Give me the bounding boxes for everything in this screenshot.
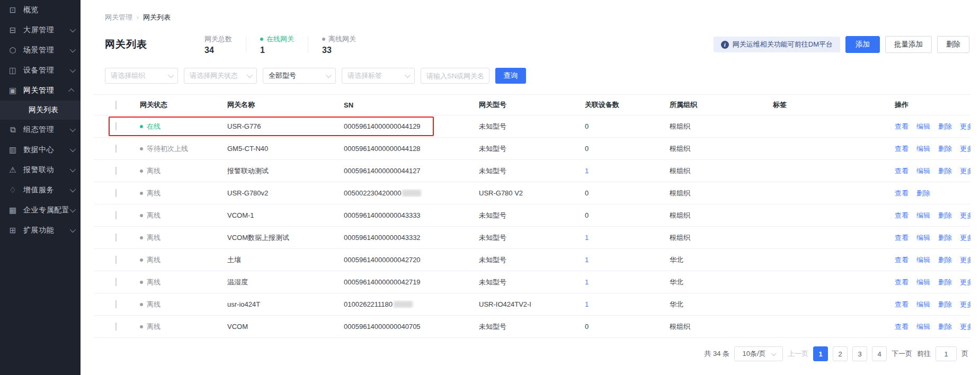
- device-count-link[interactable]: 1: [585, 234, 589, 242]
- batch-add-button[interactable]: 批量添加: [885, 36, 932, 53]
- action-link[interactable]: 更多: [960, 144, 970, 154]
- gateway-name: GM5-CT-N40: [219, 145, 335, 153]
- row-checkbox[interactable]: [115, 122, 117, 130]
- select-all-checkbox[interactable]: [115, 101, 117, 110]
- sidebar-item-device[interactable]: ◫设备管理: [0, 60, 81, 81]
- action-link[interactable]: 编辑: [916, 322, 930, 332]
- sidebar-item-overview[interactable]: ⊡概览: [0, 0, 81, 20]
- action-link[interactable]: 查看: [895, 255, 908, 265]
- action-link[interactable]: 编辑: [916, 278, 930, 287]
- sidebar-item-scene[interactable]: ⬡场景管理: [0, 40, 81, 60]
- chevron-down-icon: [70, 186, 76, 192]
- gateway-model: 未知型号: [470, 233, 576, 243]
- row-checkbox[interactable]: [115, 189, 117, 197]
- page-size-select[interactable]: 10条/页: [734, 346, 783, 361]
- action-link[interactable]: 删除: [938, 322, 952, 332]
- action-link[interactable]: 查看: [895, 122, 908, 131]
- action-link[interactable]: 编辑: [916, 144, 930, 154]
- gateway-name: USR-G780v2: [219, 189, 335, 197]
- model-select[interactable]: 全部型号: [263, 68, 336, 84]
- gateway-status-select[interactable]: 请选择网关状态: [184, 68, 257, 84]
- action-link[interactable]: 查看: [895, 166, 908, 176]
- action-link[interactable]: 编辑: [916, 255, 930, 265]
- next-page-button[interactable]: 下一页: [892, 349, 912, 359]
- sidebar-subitem-gateway-list[interactable]: 网关列表: [0, 101, 81, 120]
- sidebar-item-alarm[interactable]: ⚠报警联动: [0, 160, 81, 180]
- row-checkbox[interactable]: [115, 278, 117, 286]
- action-link[interactable]: 编辑: [916, 300, 930, 309]
- dm-platform-notice[interactable]: i 网关运维相关功能可前往DM平台: [714, 37, 840, 52]
- action-link[interactable]: 编辑: [916, 211, 930, 220]
- action-link[interactable]: 删除: [938, 144, 952, 154]
- action-link[interactable]: 更多: [960, 278, 970, 287]
- action-link[interactable]: 删除: [938, 166, 952, 176]
- row-actions: 查看编辑删除更多: [886, 122, 970, 131]
- action-link[interactable]: 更多: [960, 255, 970, 265]
- row-checkbox[interactable]: [115, 167, 117, 175]
- device-count-link[interactable]: 1: [585, 300, 589, 308]
- tag-select[interactable]: 请选择标签: [342, 68, 415, 84]
- main-content: 网关管理 › 网关列表 网关列表 网关总数 34 在线网关 1 离线网关 33 …: [81, 0, 980, 375]
- sn-masked-blur: [394, 301, 413, 308]
- action-link[interactable]: 删除: [938, 233, 952, 243]
- chevron-down-icon: [70, 47, 76, 52]
- chevron-down-icon: [70, 166, 76, 172]
- row-checkbox[interactable]: [115, 145, 117, 153]
- add-button[interactable]: 添加: [845, 36, 880, 53]
- device-count-link[interactable]: 1: [585, 278, 589, 286]
- sidebar-item-data-center[interactable]: ▥数据中心: [0, 140, 81, 160]
- org-select[interactable]: 请选择组织: [105, 68, 178, 84]
- device-count: 0: [585, 189, 589, 197]
- action-link[interactable]: 编辑: [916, 122, 930, 131]
- action-link[interactable]: 编辑: [916, 233, 930, 243]
- action-link[interactable]: 更多: [960, 233, 970, 243]
- action-link[interactable]: 删除: [938, 278, 952, 287]
- row-checkbox[interactable]: [115, 323, 117, 331]
- gateway-model: 未知型号: [470, 166, 576, 176]
- breadcrumb-parent[interactable]: 网关管理: [105, 13, 132, 22]
- page-button-1[interactable]: 1: [813, 346, 828, 361]
- device-count-link[interactable]: 1: [585, 167, 589, 175]
- sidebar-item-bigscreen[interactable]: ⊟大屏管理: [0, 20, 81, 40]
- page-button-3[interactable]: 3: [852, 346, 867, 361]
- action-link[interactable]: 查看: [895, 300, 908, 309]
- page-button-2[interactable]: 2: [833, 346, 848, 361]
- device-count: 0: [585, 211, 589, 219]
- sidebar-item-extension[interactable]: ⊞扩展功能: [0, 220, 81, 240]
- action-link[interactable]: 查看: [895, 233, 908, 243]
- gateway-name: VCOM: [219, 323, 335, 331]
- prev-page-button[interactable]: 上一页: [788, 349, 808, 359]
- action-link[interactable]: 删除: [938, 255, 952, 265]
- action-link[interactable]: 更多: [960, 166, 970, 176]
- device-count: 0: [585, 122, 589, 130]
- delete-button[interactable]: 删除: [937, 36, 969, 53]
- action-link[interactable]: 查看: [895, 144, 908, 154]
- row-checkbox[interactable]: [115, 256, 117, 264]
- sidebar-item-gateway[interactable]: ▣网关管理: [0, 81, 81, 101]
- device-count-link[interactable]: 1: [585, 256, 589, 264]
- goto-page-input[interactable]: [936, 346, 957, 361]
- page-button-4[interactable]: 4: [872, 346, 887, 361]
- action-link[interactable]: 更多: [960, 322, 970, 332]
- action-link[interactable]: 删除: [916, 189, 930, 198]
- action-link[interactable]: 查看: [895, 278, 908, 287]
- action-link[interactable]: 更多: [960, 211, 970, 220]
- action-link[interactable]: 查看: [895, 189, 908, 198]
- action-link[interactable]: 删除: [938, 211, 952, 220]
- action-link[interactable]: 更多: [960, 300, 970, 309]
- sidebar-item-configuration[interactable]: ⧉组态管理: [0, 120, 81, 140]
- sidebar-item-value-added[interactable]: ♢增值服务: [0, 180, 81, 200]
- sn-search-input[interactable]: [421, 68, 489, 84]
- action-link[interactable]: 查看: [895, 211, 908, 220]
- row-checkbox[interactable]: [115, 300, 117, 308]
- action-link[interactable]: 更多: [960, 122, 970, 131]
- pagination-total: 共 34 条: [704, 349, 729, 359]
- query-button[interactable]: 查询: [495, 68, 526, 84]
- action-link[interactable]: 删除: [938, 300, 952, 309]
- action-link[interactable]: 编辑: [916, 166, 930, 176]
- row-checkbox[interactable]: [115, 234, 117, 242]
- action-link[interactable]: 查看: [895, 322, 908, 332]
- row-checkbox[interactable]: [115, 211, 117, 219]
- sidebar-item-enterprise[interactable]: ▦企业专属配置: [0, 200, 81, 220]
- action-link[interactable]: 删除: [938, 122, 952, 131]
